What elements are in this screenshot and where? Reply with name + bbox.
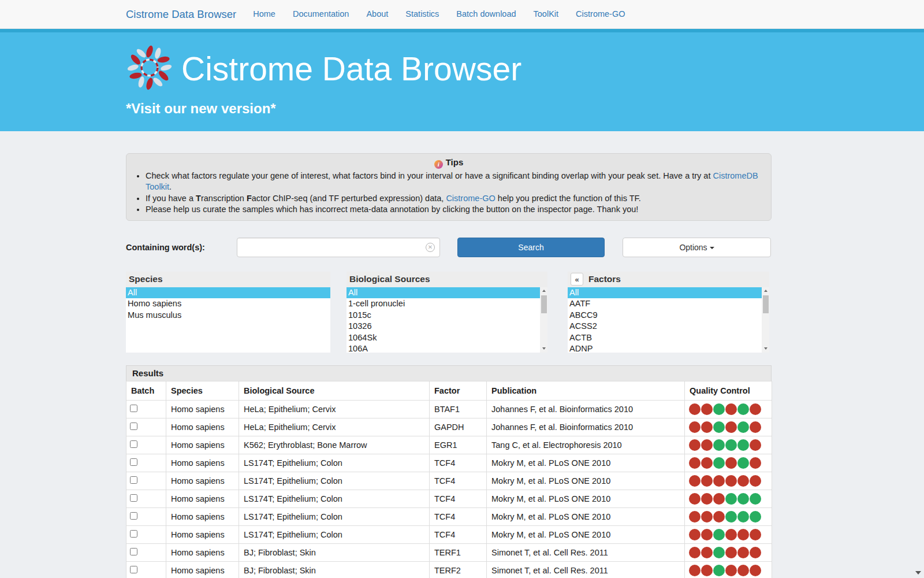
- batch-checkbox[interactable]: [130, 512, 137, 520]
- tip-link-cistrome-go[interactable]: Cistrome-GO: [446, 194, 495, 203]
- options-button[interactable]: Options: [623, 238, 771, 257]
- list-option-adnp[interactable]: ADNP: [568, 343, 762, 353]
- cell-source: K562; Erythroblast; Bone Marrow: [239, 436, 430, 454]
- cell-factor: TCF4: [430, 507, 487, 525]
- cell-batch: [126, 454, 166, 472]
- sources-scrollbar-thumb[interactable]: [541, 295, 547, 313]
- qc-fail-dot-icon: [689, 565, 701, 576]
- qc-fail-dot-icon: [737, 547, 749, 558]
- nav-item-documentation[interactable]: Documentation: [284, 0, 358, 28]
- batch-checkbox[interactable]: [130, 566, 137, 573]
- list-option-all[interactable]: All: [126, 287, 330, 299]
- cell-source: LS174T; Epithelium; Colon: [239, 454, 430, 472]
- nav-item-batch-download[interactable]: Batch download: [448, 0, 524, 28]
- caret-down-icon: [710, 247, 714, 249]
- search-button[interactable]: Search: [457, 238, 605, 257]
- page-title: Cistrome Data Browser: [181, 53, 521, 86]
- results-panel-title: Results: [126, 365, 772, 381]
- list-option-all[interactable]: All: [568, 287, 762, 299]
- nav-item-about[interactable]: About: [357, 0, 397, 28]
- column-header-batch: Batch: [126, 381, 166, 400]
- qc-fail-dot-icon: [750, 529, 761, 540]
- list-option-1-cell-pronuclei[interactable]: 1-cell pronuclei: [346, 298, 540, 310]
- cell-source: LS174T; Epithelium; Colon: [239, 525, 430, 543]
- nav-item-toolkit[interactable]: ToolKit: [525, 0, 568, 28]
- cell-factor: TERF1: [430, 543, 487, 561]
- scroll-up-arrow-icon[interactable]: [540, 287, 547, 295]
- cell-batch: [126, 490, 166, 507]
- qc-fail-dot-icon: [689, 493, 701, 505]
- list-option-abcc9[interactable]: ABCC9: [568, 310, 762, 321]
- qc-pass-dot-icon: [737, 439, 749, 451]
- nav-item-statistics[interactable]: Statistics: [397, 0, 448, 28]
- qc-fail-dot-icon: [737, 529, 749, 540]
- qc-fail-dot-icon: [725, 475, 737, 487]
- table-row: Homo sapiensLS174T; Epithelium; ColonTCF…: [126, 507, 772, 525]
- sources-scrollbar[interactable]: [540, 287, 547, 353]
- new-version-link[interactable]: *Visit our new version*: [126, 101, 276, 117]
- qc-fail-dot-icon: [689, 421, 701, 433]
- qc-pass-dot-icon: [725, 493, 737, 505]
- qc-fail-dot-icon: [713, 511, 725, 523]
- cell-source: LS174T; Epithelium; Colon: [239, 490, 430, 507]
- cell-quality-control: [685, 472, 772, 490]
- factors-scrollbar-thumb[interactable]: [763, 295, 769, 313]
- cell-species: Homo sapiens: [166, 525, 239, 543]
- navbar-brand[interactable]: Cistrome Data Browser: [126, 8, 236, 21]
- collapse-factors-button[interactable]: «: [571, 273, 583, 286]
- list-option-10326[interactable]: 10326: [346, 321, 540, 332]
- batch-checkbox[interactable]: [130, 530, 137, 538]
- qc-fail-dot-icon: [689, 403, 701, 415]
- list-option-aatf[interactable]: AATF: [568, 298, 762, 310]
- table-row: Homo sapiensBJ; Fibroblast; SkinTERF1Sim…: [126, 543, 772, 561]
- batch-checkbox[interactable]: [130, 405, 137, 412]
- cell-factor: EGR1: [430, 436, 487, 454]
- list-option-1064sk[interactable]: 1064Sk: [346, 332, 540, 344]
- cell-source: HeLa; Epithelium; Cervix: [239, 400, 430, 418]
- qc-fail-dot-icon: [689, 439, 701, 451]
- factors-scrollbar[interactable]: [762, 287, 769, 353]
- list-option-actb[interactable]: ACTB: [568, 332, 762, 344]
- batch-checkbox[interactable]: [130, 548, 137, 555]
- qc-pass-dot-icon: [750, 511, 761, 523]
- qc-pass-dot-icon: [713, 421, 725, 433]
- tip-item: If you have a Transcription Factor ChIP-…: [146, 193, 762, 204]
- cell-publication: Tang C, et al. Electrophoresis 2010: [487, 436, 685, 454]
- clear-input-icon[interactable]: ✕: [426, 243, 435, 252]
- batch-checkbox[interactable]: [130, 458, 137, 466]
- cell-species: Homo sapiens: [166, 454, 239, 472]
- page-scrollbar-down-arrow-icon[interactable]: [915, 571, 921, 575]
- qc-fail-dot-icon: [701, 457, 713, 469]
- qc-fail-dot-icon: [750, 403, 761, 415]
- qc-fail-dot-icon: [750, 439, 761, 451]
- qc-fail-dot-icon: [725, 403, 737, 415]
- factors-listbox-header: « Factors: [568, 272, 769, 287]
- list-option-all[interactable]: All: [346, 287, 540, 299]
- qc-fail-dot-icon: [689, 457, 701, 469]
- nav-item-cistrome-go[interactable]: Cistrome-GO: [567, 0, 634, 28]
- list-option-1015c[interactable]: 1015c: [346, 310, 540, 321]
- qc-fail-dot-icon: [725, 529, 737, 540]
- scroll-down-arrow-icon[interactable]: [762, 345, 769, 353]
- batch-checkbox[interactable]: [130, 476, 137, 484]
- cell-source: BJ; Fibroblast; Skin: [239, 561, 430, 578]
- cell-publication: Mokry M, et al. PLoS ONE 2010: [487, 490, 685, 507]
- batch-checkbox[interactable]: [130, 423, 137, 430]
- search-input[interactable]: [237, 238, 440, 257]
- cell-batch: [126, 561, 166, 578]
- batch-checkbox[interactable]: [130, 494, 137, 502]
- qc-pass-dot-icon: [750, 493, 761, 505]
- list-option-acss2[interactable]: ACSS2: [568, 321, 762, 332]
- cell-quality-control: [685, 543, 772, 561]
- scroll-down-arrow-icon[interactable]: [540, 345, 547, 353]
- list-option-mus-musculus[interactable]: Mus musculus: [126, 310, 330, 321]
- list-option-106a[interactable]: 106A: [346, 343, 540, 353]
- cell-batch: [126, 436, 166, 454]
- filter-listboxes: Species AllHomo sapiensMus musculus Biol…: [126, 272, 772, 353]
- scroll-up-arrow-icon[interactable]: [762, 287, 769, 295]
- cell-publication: Simonet T, et al. Cell Res. 2011: [487, 561, 685, 578]
- list-option-homo-sapiens[interactable]: Homo sapiens: [126, 298, 330, 310]
- nav-item-home[interactable]: Home: [244, 0, 284, 28]
- batch-checkbox[interactable]: [130, 440, 137, 448]
- tip-item: Please help us curate the samples which …: [146, 204, 762, 215]
